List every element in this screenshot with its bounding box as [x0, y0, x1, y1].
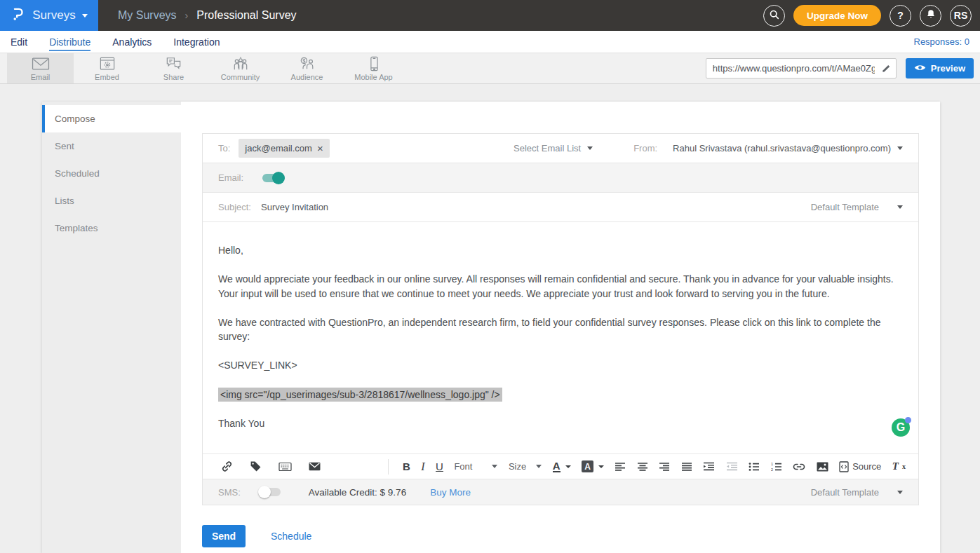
email-toggle[interactable] [262, 174, 283, 182]
email-label: Email: [218, 172, 243, 183]
underline-button[interactable]: U [436, 460, 443, 472]
highlighted-img-tag: <img src="/qp_userimages/sub-3/2818617/w… [218, 388, 502, 402]
toggle-knob [258, 486, 271, 498]
remove-format-button[interactable]: Tx [892, 460, 906, 472]
search-button[interactable] [763, 5, 785, 27]
subject-row: Subject: Survey Invitation Default Templ… [203, 193, 918, 222]
grammarly-icon[interactable]: G [892, 418, 910, 437]
channel-audience[interactable]: Audience [274, 53, 340, 83]
chevron-down-icon [587, 146, 593, 150]
responses-count-link[interactable]: Responses: 0 [914, 36, 970, 47]
merge-tag-icon[interactable] [250, 460, 262, 472]
buy-more-link[interactable]: Buy More [430, 487, 471, 498]
sidebar-item-scheduled[interactable]: Scheduled [42, 160, 181, 187]
toggle-knob [272, 172, 285, 184]
body-paragraph: We would appreciate your feedback in our… [218, 272, 903, 301]
align-center-icon[interactable] [637, 462, 648, 472]
product-switcher[interactable]: Surveys [0, 0, 98, 31]
avatar-initials: RS [954, 10, 967, 21]
subject-input[interactable]: Survey Invitation [261, 202, 328, 212]
notifications-button[interactable] [920, 5, 941, 27]
edit-url-pencil-icon[interactable] [881, 62, 892, 76]
align-right-icon[interactable] [659, 462, 670, 472]
chevron-down-icon [565, 465, 571, 468]
background-color-button[interactable]: A [582, 460, 604, 472]
channel-mobile-app[interactable]: Mobile App [340, 53, 407, 83]
survey-url-input[interactable] [706, 58, 897, 78]
source-button[interactable]: Source [839, 461, 881, 472]
sms-label: SMS: [218, 487, 241, 498]
top-bar: Surveys My Surveys › Professional Survey… [0, 0, 980, 31]
envelope-icon [31, 56, 51, 71]
community-people-icon [231, 56, 250, 71]
body-paragraph: <SURVEY_LINK> [218, 358, 903, 372]
insert-image-icon[interactable] [817, 462, 828, 472]
avatar[interactable]: RS [950, 5, 972, 27]
preview-label: Preview [931, 63, 965, 74]
channel-share[interactable]: Share [140, 53, 207, 83]
channel-community[interactable]: Community [207, 53, 274, 83]
schedule-link[interactable]: Schedule [271, 531, 311, 542]
select-email-list-label: Select Email List [514, 143, 581, 153]
sidebar-item-compose[interactable]: Compose [42, 105, 181, 132]
email-body-editor[interactable]: Hello, We would appreciate your feedback… [203, 222, 918, 453]
channel-embed[interactable]: Embed [74, 53, 140, 83]
sidebar-item-sent[interactable]: Sent [42, 132, 181, 160]
email-template-dropdown[interactable]: Default Template [811, 202, 903, 212]
numbered-list-icon[interactable]: 1 2 [771, 462, 782, 472]
sms-toggle[interactable] [260, 488, 281, 496]
chevron-down-icon [897, 146, 903, 150]
tab-analytics[interactable]: Analytics [112, 33, 152, 51]
channelbar-right: Preview [706, 53, 980, 83]
tab-integration[interactable]: Integration [173, 33, 220, 51]
tab-edit[interactable]: Edit [11, 33, 27, 51]
email-toggle-row: Email: [203, 163, 918, 193]
bullet-list-icon[interactable] [749, 462, 760, 472]
hyperlink-icon[interactable] [793, 463, 805, 471]
from-dropdown[interactable]: Rahul Srivastava (rahul.srivastava@quest… [673, 143, 903, 153]
select-email-list-dropdown[interactable]: Select Email List [514, 143, 593, 153]
channel-label: Embed [95, 73, 119, 81]
svg-text:1: 1 [771, 462, 773, 466]
sidebar-item-templates[interactable]: Templates [42, 214, 181, 242]
font-family-dropdown[interactable]: Font [454, 461, 497, 472]
italic-button[interactable]: I [421, 460, 424, 473]
question-mark-icon: ? [897, 10, 904, 21]
sms-template-dropdown[interactable]: Default Template [811, 487, 903, 498]
chevron-down-icon [897, 205, 903, 209]
remove-recipient-icon[interactable]: × [317, 143, 323, 153]
channel-email[interactable]: Email [7, 53, 74, 83]
font-size-dropdown[interactable]: Size [509, 461, 542, 472]
toolbar-divider [388, 459, 389, 475]
tab-distribute[interactable]: Distribute [49, 33, 90, 51]
channel-label: Share [163, 73, 184, 81]
indent-decrease-icon[interactable] [726, 462, 738, 472]
source-label: Source [852, 461, 881, 472]
available-credit: Available Credit: $ 9.76 [309, 487, 406, 498]
text-color-button[interactable]: A [553, 460, 571, 473]
compose-sidebar: Compose Sent Scheduled Lists Templates [42, 102, 181, 553]
breadcrumb-my-surveys[interactable]: My Surveys [118, 9, 177, 22]
topbar-actions: Upgrade Now ? RS [763, 5, 980, 27]
sms-row: SMS: Available Credit: $ 9.76 Buy More D… [203, 479, 918, 505]
sidebar-item-lists[interactable]: Lists [42, 187, 181, 214]
channel-label: Audience [291, 73, 323, 81]
keyboard-icon[interactable] [278, 462, 292, 472]
body-paragraph: Hello, [218, 243, 903, 257]
preview-button[interactable]: Preview [906, 58, 974, 78]
align-left-icon[interactable] [615, 462, 626, 472]
from-label: From: [633, 143, 657, 153]
to-row-right: Select Email List From: Rahul Srivastava… [514, 143, 903, 153]
chevron-down-icon [897, 491, 903, 494]
email-test-icon[interactable] [309, 462, 321, 471]
search-icon [769, 9, 779, 22]
send-button[interactable]: Send [202, 525, 246, 547]
help-button[interactable]: ? [890, 5, 911, 27]
questionpro-logo-icon [11, 6, 26, 25]
justify-icon[interactable] [681, 462, 692, 472]
indent-increase-icon[interactable] [703, 462, 715, 472]
recipient-chip: jack@email.com × [239, 139, 329, 158]
bold-button[interactable]: B [403, 460, 410, 472]
upgrade-now-button[interactable]: Upgrade Now [793, 5, 881, 26]
insert-link-icon[interactable] [221, 460, 233, 472]
